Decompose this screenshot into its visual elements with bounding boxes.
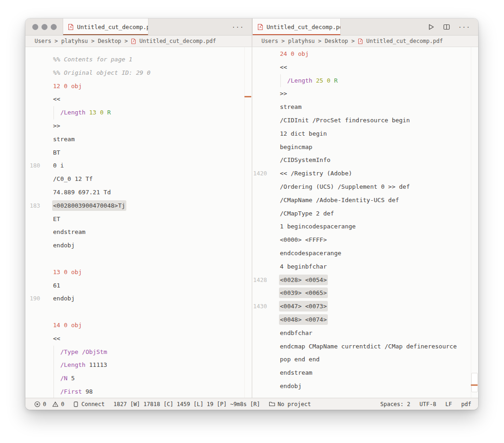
- code-line[interactable]: 1420<< /Registry (Adobe): [252, 167, 478, 180]
- code-text: /CMapName /Adobe-Identity-UCS def: [280, 194, 399, 207]
- code-line[interactable]: [25, 252, 252, 266]
- code-line[interactable]: [25, 305, 252, 319]
- close-button[interactable]: [32, 24, 38, 30]
- code-line[interactable]: 183<0028003900470048>Tj: [25, 199, 252, 213]
- code-line[interactable]: stream: [25, 133, 252, 146]
- line-number: [252, 141, 267, 154]
- code-text: <<: [280, 61, 287, 74]
- code-line[interactable]: 4 beginbfchar: [252, 260, 478, 274]
- code-line[interactable]: >>: [25, 120, 252, 133]
- code-line[interactable]: endobj: [25, 239, 252, 252]
- editor-pane-right[interactable]: 24 0 obj<< /Length 25 0 R>>stream/CIDIni…: [252, 47, 478, 398]
- code-line[interactable]: endbfchar: [252, 327, 478, 340]
- status-item-spaces-2[interactable]: Spaces: 2: [380, 401, 410, 407]
- warning-count[interactable]: 0: [52, 401, 64, 407]
- pane-more-menu-icon[interactable]: ···: [232, 24, 244, 30]
- error-count[interactable]: 0: [34, 401, 46, 407]
- code-text: endobj: [280, 380, 302, 393]
- breadcrumb-left[interactable]: Users > platyhsu > Desktop > Untitled_cu…: [25, 36, 252, 47]
- pdf-file-icon: [67, 24, 74, 30]
- code-line[interactable]: endstream: [252, 366, 478, 380]
- code-line[interactable]: <0039> <0065>: [252, 287, 478, 300]
- line-number: [252, 247, 267, 260]
- zoom-button[interactable]: [51, 24, 57, 30]
- code-line[interactable]: 1428<0028> <0054>: [252, 274, 478, 287]
- line-number: [25, 66, 40, 80]
- code-text: 74.889 697.21 Td: [53, 186, 111, 199]
- code-line[interactable]: 190endobj: [25, 292, 252, 305]
- code-line[interactable]: /CMapType 2 def: [252, 207, 478, 221]
- code-line[interactable]: /N 5: [25, 372, 252, 385]
- breadcrumb-file: Untitled_cut_decomp.pdf: [139, 38, 216, 44]
- code-line[interactable]: 74.889 697.21 Td: [25, 186, 252, 199]
- code-line[interactable]: begincmap: [252, 141, 478, 154]
- code-line[interactable]: /Ordering (UCS) /Supplement 0 >> def: [252, 180, 478, 194]
- folder-icon: [269, 401, 275, 407]
- editor-pane-left[interactable]: %% Contents for page 1%% Original object…: [25, 47, 252, 398]
- code-line[interactable]: stream: [252, 101, 478, 114]
- code-line[interactable]: %% Original object ID: 29 0: [25, 66, 252, 80]
- code-text: /Length 25 0 R: [280, 74, 338, 88]
- code-line[interactable]: <0048> <0074>: [252, 313, 478, 327]
- scrollbar-track[interactable]: [244, 47, 252, 398]
- warning-icon: [52, 401, 59, 407]
- breadcrumb-right[interactable]: Users > platyhsu > Desktop > Untitled_cu…: [252, 36, 478, 47]
- minimize-button[interactable]: [42, 24, 47, 30]
- split-pane-icon[interactable]: [443, 23, 451, 31]
- code-line[interactable]: ET: [25, 213, 252, 226]
- code-line[interactable]: <<: [252, 61, 478, 74]
- code-line[interactable]: 24 0 obj: [252, 48, 478, 61]
- status-item-utf-8[interactable]: UTF-8: [420, 401, 436, 407]
- code-line[interactable]: >>: [252, 87, 478, 101]
- code-line[interactable]: /Length 13 0 R: [25, 106, 252, 120]
- code-line[interactable]: 12 dict begin: [252, 127, 478, 141]
- code-line[interactable]: 1 begincodespacerange: [252, 220, 478, 233]
- tab-strip-left: Untitled_cut_decomp.p ···: [25, 18, 252, 35]
- code-line[interactable]: endobj: [252, 380, 478, 393]
- code-line[interactable]: /Type /ObjStm: [25, 346, 252, 359]
- line-number: [25, 146, 40, 160]
- code-line[interactable]: <0000> <FFFF>: [252, 233, 478, 247]
- line-number: 183: [25, 199, 40, 213]
- code-line[interactable]: /First 98: [25, 385, 252, 398]
- code-line[interactable]: 1800 i: [25, 159, 252, 173]
- project-selector[interactable]: No project: [269, 401, 311, 407]
- code-line[interactable]: /CMapName /Adobe-Identity-UCS def: [252, 194, 478, 207]
- line-number: [252, 353, 267, 366]
- scrollbar-track[interactable]: [471, 47, 478, 398]
- code-line[interactable]: /Length 11113: [25, 359, 252, 372]
- search-match-marker: [471, 384, 478, 386]
- code-line[interactable]: 61: [25, 279, 252, 293]
- code-line[interactable]: endcmap CMapName currentdict /CMap defin…: [252, 340, 478, 353]
- code-line[interactable]: /Length 25 0 R: [252, 74, 478, 88]
- tab-left-untitled-cut-decomp[interactable]: Untitled_cut_decomp.p: [63, 18, 148, 35]
- run-play-icon[interactable]: [427, 23, 435, 31]
- code-line[interactable]: 1430<0047> <0073>: [252, 300, 478, 313]
- line-number: [252, 366, 267, 380]
- code-text: /CIDSystemInfo: [280, 154, 331, 167]
- status-item-pdf[interactable]: pdf: [461, 401, 471, 407]
- status-item-lf[interactable]: LF: [445, 401, 452, 407]
- code-line[interactable]: endstream: [25, 226, 252, 239]
- editor-window: Untitled_cut_decomp.p ··· Untitled_cut_d…: [25, 18, 478, 410]
- code-line[interactable]: %% Contents for page 1: [25, 53, 252, 66]
- code-line[interactable]: BT: [25, 146, 252, 160]
- line-number: [252, 380, 267, 393]
- connect-button[interactable]: Connect: [73, 401, 105, 407]
- code-line[interactable]: 14 0 obj: [25, 319, 252, 332]
- code-line[interactable]: 12 0 obj: [25, 80, 252, 93]
- code-line[interactable]: pop end end: [252, 353, 478, 366]
- code-line[interactable]: /CIDInit /ProcSet findresource begin: [252, 114, 478, 127]
- code-line[interactable]: <<: [25, 93, 252, 106]
- line-number: [252, 114, 267, 127]
- pane-more-menu-icon[interactable]: ···: [458, 24, 470, 30]
- code-line[interactable]: /CIDSystemInfo: [252, 154, 478, 167]
- document-counts: 1827 [W] 17818 [C] 1459 [L] 19 [P] ~9m8s…: [113, 401, 260, 407]
- tab-right-untitled-cut-decomp[interactable]: Untitled_cut_decomp.pd: [252, 18, 341, 35]
- code-line[interactable]: endcodespacerange: [252, 247, 478, 260]
- scrollbar-thumb[interactable]: [471, 373, 478, 392]
- code-line[interactable]: <<: [25, 332, 252, 346]
- code-line[interactable]: 13 0 obj: [25, 266, 252, 279]
- code-text: /Ordering (UCS) /Supplement 0 >> def: [280, 180, 410, 194]
- code-line[interactable]: /C0_0 12 Tf: [25, 173, 252, 186]
